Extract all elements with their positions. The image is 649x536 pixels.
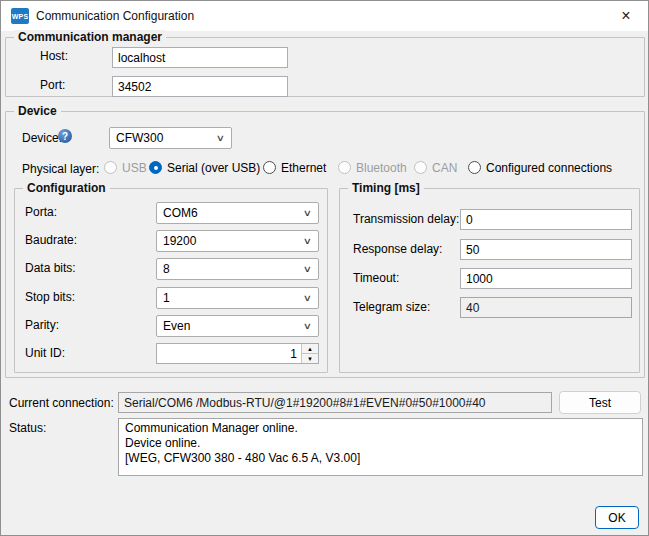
status-line-3: [WEG, CFW300 380 - 480 Vac 6.5 A, V3.00] — [125, 451, 636, 466]
window-title: Communication Configuration — [36, 9, 194, 23]
radio-bluetooth: Bluetooth — [338, 160, 407, 175]
data-bits-select-value: 8 — [163, 262, 170, 276]
timeout-label: Timeout: — [353, 271, 399, 285]
stop-bits-select-value: 1 — [163, 291, 170, 305]
chevron-down-icon: ∨ — [303, 236, 312, 246]
radio-can-label: CAN — [432, 161, 457, 175]
close-icon[interactable]: × — [610, 1, 642, 31]
chevron-down-icon: ∨ — [216, 133, 225, 143]
telegram-size-label: Telegram size: — [353, 300, 430, 314]
timing-group: Timing [ms] Transmission delay: Response… — [339, 188, 640, 373]
data-bits-label: Data bits: — [25, 261, 76, 275]
configuration-group: Configuration Porta: COM6 ∨ Baudrate: 19… — [14, 188, 328, 373]
radio-serial-label: Serial (over USB) — [167, 161, 260, 175]
parity-select[interactable]: Even ∨ — [156, 315, 319, 337]
radio-usb-icon — [104, 161, 117, 174]
unit-id-stepper[interactable]: ▲ ▼ — [156, 343, 319, 364]
transmission-delay-input[interactable] — [460, 209, 632, 230]
chevron-down-icon: ∨ — [303, 208, 312, 218]
host-input[interactable] — [112, 47, 288, 68]
porta-select-value: COM6 — [163, 206, 198, 220]
status-box: Communication Manager online. Device onl… — [118, 418, 643, 476]
chevron-down-icon: ∨ — [303, 264, 312, 274]
communication-configuration-dialog: WPS Communication Configuration × Commun… — [0, 0, 649, 536]
stop-bits-label: Stop bits: — [25, 290, 75, 304]
transmission-delay-label: Transmission delay: — [353, 212, 459, 226]
current-connection-label: Current connection: — [9, 396, 114, 410]
status-label: Status: — [9, 421, 46, 435]
response-delay-label: Response delay: — [353, 242, 442, 256]
stop-bits-select[interactable]: 1 ∨ — [156, 287, 319, 309]
baudrate-label: Baudrate: — [25, 233, 77, 247]
test-button[interactable]: Test — [559, 391, 641, 414]
radio-configured-connections-icon[interactable] — [468, 161, 481, 174]
configuration-group-title: Configuration — [23, 181, 110, 195]
baudrate-select[interactable]: 19200 ∨ — [156, 230, 319, 252]
data-bits-select[interactable]: 8 ∨ — [156, 258, 319, 280]
timing-group-title: Timing [ms] — [348, 181, 424, 195]
parity-select-value: Even — [163, 319, 190, 333]
baudrate-select-value: 19200 — [163, 234, 196, 248]
host-label: Host: — [40, 49, 68, 63]
unit-id-input[interactable] — [157, 344, 301, 363]
device-group-title: Device — [14, 104, 61, 118]
radio-can-icon — [414, 161, 427, 174]
radio-can: CAN — [414, 160, 457, 175]
radio-ethernet-icon[interactable] — [263, 161, 276, 174]
radio-ethernet-label: Ethernet — [281, 161, 326, 175]
radio-ethernet[interactable]: Ethernet — [263, 160, 326, 175]
chevron-down-icon: ∨ — [303, 321, 312, 331]
title-bar: WPS Communication Configuration × — [1, 1, 648, 31]
device-select[interactable]: CFW300 ∨ — [109, 127, 232, 149]
radio-configured-connections-label: Configured connections — [486, 161, 612, 175]
communication-manager-group-title: Communication manager — [14, 30, 166, 44]
device-select-value: CFW300 — [116, 131, 163, 145]
unit-id-spin-buttons[interactable]: ▲ ▼ — [301, 344, 318, 363]
telegram-size-input — [460, 297, 632, 318]
ok-button[interactable]: OK — [595, 506, 639, 529]
radio-usb: USB — [104, 160, 147, 175]
chevron-down-icon: ∨ — [303, 293, 312, 303]
radio-configured-connections[interactable]: Configured connections — [468, 160, 612, 175]
response-delay-input[interactable] — [460, 239, 632, 260]
help-icon[interactable]: ? — [58, 129, 72, 143]
radio-bluetooth-icon — [338, 161, 351, 174]
wps-logo-icon: WPS — [11, 8, 29, 24]
spinner-down-icon[interactable]: ▼ — [302, 354, 318, 363]
physical-layer-label: Physical layer: — [22, 162, 99, 176]
status-line-2: Device online. — [125, 436, 636, 451]
timeout-input[interactable] — [460, 268, 632, 289]
radio-serial-icon[interactable] — [149, 161, 162, 174]
parity-label: Parity: — [25, 318, 59, 332]
status-line-1: Communication Manager online. — [125, 421, 636, 436]
device-group: Device Device: ? CFW300 ∨ Physical layer… — [5, 111, 645, 378]
porta-label: Porta: — [25, 205, 57, 219]
porta-select[interactable]: COM6 ∨ — [156, 202, 319, 224]
radio-serial-over-usb[interactable]: Serial (over USB) — [149, 160, 260, 175]
unit-id-label: Unit ID: — [25, 346, 65, 360]
radio-usb-label: USB — [122, 161, 147, 175]
current-connection-value — [118, 392, 552, 413]
port-input[interactable] — [112, 76, 288, 97]
device-label: Device: — [22, 131, 62, 145]
radio-bluetooth-label: Bluetooth — [356, 161, 407, 175]
spinner-up-icon[interactable]: ▲ — [302, 344, 318, 354]
port-label: Port: — [40, 78, 65, 92]
communication-manager-group: Communication manager Host: Port: — [5, 37, 645, 97]
